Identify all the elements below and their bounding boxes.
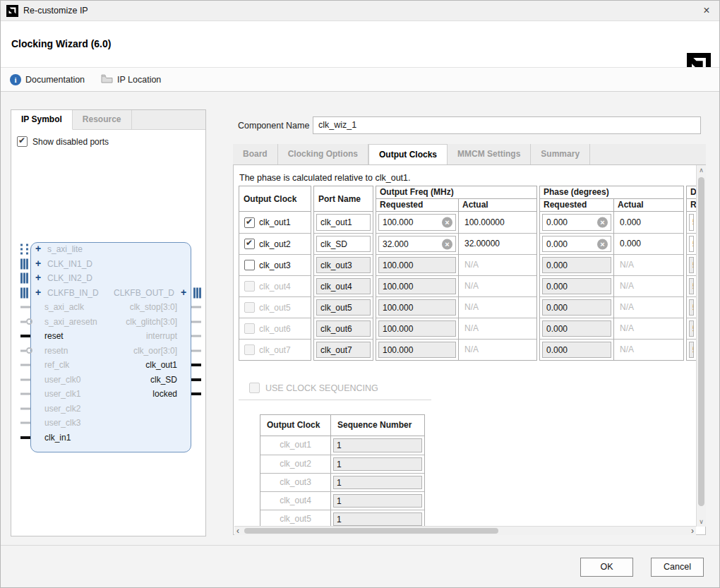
freq-actual-cell: N/A — [459, 339, 536, 360]
output-clock-label: clk_out5 — [259, 303, 291, 313]
expand-plus-icon[interactable]: + — [34, 243, 42, 254]
expand-plus-icon[interactable]: + — [179, 287, 188, 298]
port-stub-icon — [20, 273, 28, 284]
folder-icon — [101, 73, 113, 85]
output-clock-checkbox[interactable] — [244, 260, 255, 270]
output-clock-checkbox[interactable] — [244, 239, 255, 249]
cancel-button[interactable]: Cancel — [651, 558, 704, 577]
port-name-field: clk_out4 — [316, 278, 371, 294]
phase-requested-field: 0.000 — [542, 342, 611, 358]
sequence-row: clk_out41 — [260, 491, 424, 510]
phase-requested-field: 0.000 — [542, 257, 611, 273]
port-label: CLKFB_OUT_D — [114, 288, 174, 298]
clear-value-icon[interactable]: × — [442, 239, 452, 249]
clear-value-icon[interactable]: × — [597, 217, 608, 228]
freq-requested-cell: 100.000 — [376, 254, 458, 275]
scroll-left-icon[interactable]: ‹ — [236, 527, 239, 535]
sequence-number-cell: 1 — [330, 492, 424, 510]
show-disabled-ports-checkbox[interactable] — [17, 136, 28, 147]
port-label: clk_SD — [150, 375, 177, 385]
tab-ip-symbol[interactable]: IP Symbol — [11, 110, 73, 130]
freq-actual-cell: N/A — [459, 318, 536, 339]
port-name-cell: clk_SD — [314, 233, 373, 254]
output-clock-cell: clk_out1 — [239, 212, 311, 233]
phase-requested-cell: 0.000 — [540, 254, 613, 275]
phase-requested-field[interactable]: 0.000× — [542, 214, 611, 231]
phase-requested-field: 0.000 — [542, 320, 611, 337]
freq-requested-field: 100.000 — [378, 342, 456, 358]
documentation-label: Documentation — [25, 75, 85, 85]
sequence-clock-label: clk_out5 — [260, 510, 330, 527]
ok-button[interactable]: OK — [580, 558, 633, 577]
phase-actual-value: N/A — [614, 276, 634, 296]
port-label: interrupt — [146, 331, 177, 341]
port-stub-icon — [20, 422, 30, 424]
sequence-clock-label: clk_out4 — [260, 492, 330, 510]
port-name-field[interactable]: clk_out1 — [316, 214, 371, 231]
documentation-button[interactable]: i Documentation — [10, 68, 85, 91]
sequence-row: clk_out11 — [260, 436, 424, 455]
subheader-requested: Requested — [540, 199, 613, 211]
scroll-down-icon[interactable]: ∨ — [697, 518, 706, 525]
port-name-cell: clk_out5 — [314, 296, 373, 318]
freq-actual-value: N/A — [459, 318, 479, 339]
tab-summary[interactable]: Summary — [531, 144, 590, 164]
freq-requested-field[interactable]: 100.000× — [378, 214, 456, 231]
output-clock-checkbox — [244, 323, 255, 334]
port-stub-icon — [20, 436, 30, 439]
expand-plus-icon[interactable]: + — [34, 272, 42, 283]
page-title: Clocking Wizard (6.0) — [11, 38, 111, 49]
tab-clocking-options[interactable]: Clocking Options — [278, 144, 368, 164]
freq-requested-cell: 32.000× — [376, 233, 458, 254]
port-stub-icon — [191, 378, 201, 381]
column-duty-clipped: D R 50505050505050 — [686, 186, 696, 361]
subheader-actual: Actual — [613, 199, 683, 211]
freq-requested-cell: 100.000 — [376, 318, 458, 339]
vertical-scroll-thumb[interactable] — [698, 177, 704, 506]
horizontal-scrollbar[interactable]: ‹ › — [234, 526, 696, 535]
freq-actual-value: 32.00000 — [459, 234, 500, 254]
phase-actual-value: N/A — [614, 340, 634, 360]
close-icon[interactable]: × — [699, 3, 714, 18]
subheader-actual: Actual — [458, 199, 536, 211]
port-row: clk_stop[3:0] — [20, 301, 201, 313]
phase-requested-field: 0.000 — [542, 278, 611, 294]
tab-board[interactable]: Board — [233, 144, 278, 164]
tab-mmcm-settings[interactable]: MMCM Settings — [448, 144, 531, 164]
phase-requested-field[interactable]: 0.000× — [542, 236, 611, 252]
output-clock-checkbox — [244, 344, 255, 355]
freq-requested-field: 100.000 — [378, 320, 456, 337]
subheader-requested: Requested — [376, 199, 458, 211]
vertical-scrollbar[interactable]: ∧ ∨ — [696, 165, 706, 527]
output-clock-cell: clk_out2 — [239, 233, 311, 254]
ip-location-button[interactable]: IP Location — [101, 68, 161, 91]
expand-plus-icon[interactable]: + — [34, 258, 42, 269]
column-header: Port Name — [314, 186, 373, 212]
freq-requested-field[interactable]: 32.000× — [378, 236, 456, 252]
tab-output-clocks[interactable]: Output Clocks — [368, 144, 448, 164]
port-name-field[interactable]: clk_SD — [316, 236, 371, 252]
group-header: Phase (degrees) — [540, 186, 683, 199]
show-disabled-ports-label: Show disabled ports — [32, 137, 109, 147]
output-clock-cell: clk_out6 — [239, 318, 311, 339]
port-row: user_clk3 — [20, 417, 201, 428]
port-label: locked — [152, 389, 177, 399]
clear-value-icon[interactable]: × — [442, 217, 452, 228]
output-clock-cell: clk_out5 — [239, 296, 311, 318]
clear-value-icon[interactable]: × — [597, 239, 608, 249]
scroll-right-icon[interactable]: › — [691, 527, 694, 535]
port-label: clk_glitch[3:0] — [126, 317, 177, 327]
output-clock-checkbox[interactable] — [244, 217, 255, 228]
port-name-cell: clk_out3 — [314, 254, 373, 275]
duty-requested-cell: 50 — [687, 296, 696, 318]
phase-actual-cell: N/A — [614, 275, 683, 296]
freq-requested-field: 100.000 — [378, 257, 456, 273]
phase-requested-cell: 0.000 — [540, 275, 613, 296]
scroll-up-icon[interactable]: ∧ — [697, 167, 706, 174]
component-name-input[interactable]: clk_wiz_1 — [313, 116, 701, 134]
tab-resource[interactable]: Resource — [73, 110, 132, 130]
horizontal-scroll-thumb[interactable] — [244, 528, 498, 534]
port-stub-icon — [191, 335, 201, 337]
info-icon: i — [10, 74, 21, 85]
freq-requested-cell: 100.000 — [376, 275, 458, 296]
